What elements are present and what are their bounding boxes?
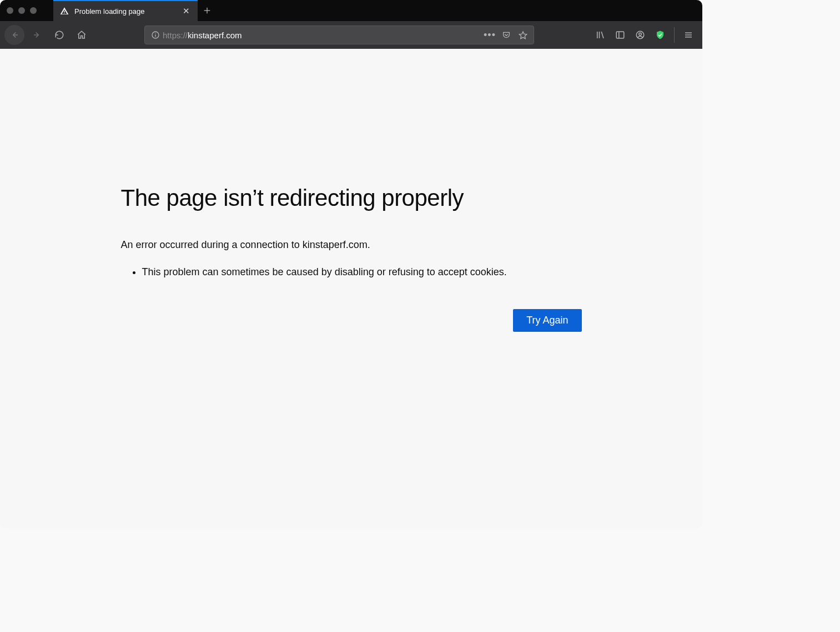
error-bullet-list: This problem can sometimes be caused by … (121, 266, 582, 278)
bookmark-star-icon[interactable] (516, 28, 530, 42)
tab-title: Problem loading page (74, 7, 175, 16)
sidebar-icon[interactable] (611, 26, 630, 44)
url-text: https://kinstaperf.com (163, 31, 482, 40)
page-content: The page isn’t redirecting properly An e… (0, 49, 702, 529)
url-host: kinstaperf.com (188, 31, 242, 40)
svg-line-10 (601, 32, 603, 38)
url-page-actions: ••• (482, 28, 530, 42)
svg-rect-11 (616, 32, 624, 38)
svg-marker-7 (519, 32, 526, 39)
toolbar-right-tools (591, 26, 698, 44)
tab-close-button[interactable]: ✕ (181, 6, 191, 16)
site-info-icon[interactable] (148, 31, 163, 39)
window-minimize-dot[interactable] (18, 7, 25, 14)
window-traffic-lights (7, 7, 37, 14)
reload-button[interactable] (50, 26, 69, 44)
url-bar[interactable]: https://kinstaperf.com ••• (144, 26, 534, 44)
svg-point-6 (155, 33, 155, 33)
window-close-dot[interactable] (7, 7, 13, 14)
browser-toolbar: https://kinstaperf.com ••• (0, 21, 702, 49)
error-container: The page isn’t redirecting properly An e… (121, 185, 582, 529)
hamburger-menu-icon[interactable] (679, 26, 698, 44)
tab-strip: Problem loading page ✕ (0, 0, 702, 21)
try-again-button[interactable]: Try Again (513, 309, 581, 332)
error-button-row: Try Again (121, 309, 582, 332)
window-zoom-dot[interactable] (30, 7, 37, 14)
library-icon[interactable] (591, 26, 610, 44)
warning-icon (60, 7, 69, 16)
svg-point-14 (639, 33, 642, 36)
error-description: An error occurred during a connection to… (121, 239, 582, 251)
pocket-icon[interactable] (499, 28, 514, 42)
forward-button[interactable] (28, 26, 47, 44)
back-button[interactable] (4, 25, 24, 45)
browser-tab[interactable]: Problem loading page ✕ (53, 0, 198, 21)
toolbar-separator (674, 27, 675, 43)
error-title: The page isn’t redirecting properly (121, 185, 582, 211)
page-actions-menu-icon[interactable]: ••• (482, 28, 497, 42)
home-button[interactable] (72, 26, 91, 44)
error-bullet-item: This problem can sometimes be caused by … (142, 266, 582, 278)
url-scheme: https:// (163, 31, 188, 40)
account-icon[interactable] (631, 26, 650, 44)
new-tab-button[interactable] (198, 0, 217, 21)
adblock-shield-icon[interactable] (651, 26, 670, 44)
